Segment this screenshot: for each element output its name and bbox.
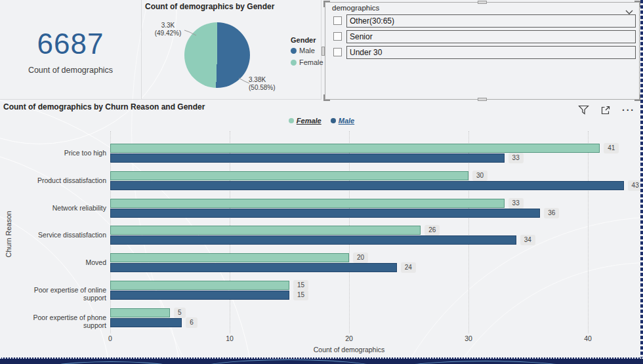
bar-value-label: 24 [401, 262, 416, 273]
bar-value-label: 36 [544, 208, 559, 218]
bar-male[interactable] [110, 209, 540, 218]
slicer-item: Senior [325, 30, 639, 43]
bar-female[interactable] [110, 199, 505, 208]
visual-header-icons: ··· [578, 105, 635, 115]
slicer-item: Other(30:65) [325, 14, 639, 28]
bar-value-label: 15 [293, 280, 308, 291]
pie-legend-title: Gender [291, 36, 323, 44]
kpi-card[interactable]: 6687 Count of demographics [0, 0, 141, 99]
slicer-item-label[interactable]: Other(30:65) [346, 14, 636, 28]
bar-value-label: 33 [508, 153, 524, 163]
bar-legend-label: Male [339, 117, 354, 125]
bar-male[interactable] [110, 181, 624, 190]
page-edge-dashed-border [640, 0, 643, 357]
bar-value-label: 15 [293, 290, 308, 300]
slicer-item: Under 30 [325, 46, 639, 59]
filter-icon[interactable] [578, 105, 589, 115]
legend-dot-female [289, 118, 294, 123]
bar-value-label: 6 [186, 317, 197, 328]
category-label: Moved [13, 258, 106, 266]
pie-legend: Gender MaleFemale [291, 36, 323, 70]
selection-edge-handle[interactable] [478, 1, 487, 4]
bar-value-label: 5 [174, 308, 186, 318]
category-label: Service dissatisfaction [13, 231, 106, 239]
selection-corner-handle[interactable] [323, 1, 330, 7]
slicer-item-checkbox[interactable] [333, 48, 342, 56]
pie-legend-label: Male [299, 47, 315, 54]
bar-male[interactable] [110, 291, 289, 300]
bar-female[interactable] [110, 308, 170, 317]
powerbi-report-canvas: 6687 Count of demographics Count of demo… [0, 0, 643, 364]
bar-value-label: 41 [604, 143, 619, 153]
pie-callout-male-percent: (50.58%) [249, 84, 276, 91]
y-axis-title: Churn Reason [5, 185, 14, 283]
pie-chart-visual: Count of demographics by Gender 3.3K (49… [141, 0, 321, 99]
bar-value-label: 30 [472, 171, 487, 181]
x-axis-tick-label: 0 [100, 334, 120, 342]
pie-callout-female-value: 3.3K [161, 22, 175, 29]
slicer-title: demographics [332, 4, 379, 12]
legend-dot-female [291, 60, 297, 66]
pie-legend-label: Female [299, 58, 323, 66]
bar-legend-item-female[interactable]: Female [289, 117, 322, 125]
bar-value-label: 33 [508, 198, 524, 209]
bar-male[interactable] [110, 263, 397, 272]
bar-male[interactable] [110, 318, 182, 327]
kpi-label: Count of demographics [0, 66, 141, 75]
bar-chart-legend: FemaleMale [0, 117, 643, 125]
bar-legend-label: Female [297, 117, 322, 125]
bar-value-label: 26 [425, 225, 440, 235]
slicer-item-label[interactable]: Under 30 [346, 46, 636, 59]
bar-male[interactable] [110, 153, 505, 163]
gridline [588, 131, 589, 333]
bar-chart-visual: Count of demographics by Churn Reason an… [0, 100, 643, 357]
bar-female[interactable] [110, 171, 468, 180]
bar-chart-title: Count of demographics by Churn Reason an… [3, 102, 205, 111]
bar-female[interactable] [110, 281, 289, 290]
legend-dot-male [291, 48, 297, 54]
x-axis-title: Count of demographics [251, 346, 447, 354]
focus-mode-icon[interactable] [600, 105, 611, 115]
selection-edge-handle[interactable] [322, 47, 325, 56]
x-axis-tick-label: 20 [339, 334, 359, 342]
pie-legend-item-female[interactable]: Female [291, 58, 323, 66]
category-label: Poor expertise of phone support [13, 313, 106, 329]
x-axis-tick-label: 10 [220, 334, 239, 342]
pie-legend-item-male[interactable]: Male [291, 47, 323, 54]
x-axis-tick-label: 40 [578, 334, 598, 342]
bar-female[interactable] [110, 144, 600, 153]
category-label: Product dissatisfaction [13, 176, 106, 184]
bar-female[interactable] [110, 226, 421, 235]
bar-value-label: 34 [520, 235, 535, 245]
bar-value-label: 20 [353, 253, 368, 263]
bar-female[interactable] [110, 253, 349, 262]
pie-callout-male: 3.38K (50.58%) [249, 76, 288, 91]
slicer-item-label[interactable]: Senior [346, 30, 636, 43]
demographics-slicer[interactable]: demographics Other(30:65)SeniorUnder 30 [325, 2, 640, 100]
more-options-icon[interactable]: ··· [622, 107, 635, 113]
pie-callout-male-value: 3.38K [249, 76, 266, 83]
category-label: Price too high [13, 149, 106, 157]
category-label: Network reliability [13, 204, 106, 212]
kpi-value: 6687 [0, 28, 141, 60]
legend-dot-male [331, 118, 336, 123]
slicer-item-checkbox[interactable] [333, 16, 342, 25]
pie-callout-female-percent: (49.42%) [155, 30, 182, 37]
pie-callout-female: 3.3K (49.42%) [150, 22, 186, 37]
bar-legend-item-male[interactable]: Male [331, 117, 354, 125]
x-axis-tick-label: 30 [459, 334, 478, 342]
slicer-item-checkbox[interactable] [333, 32, 342, 41]
bar-male[interactable] [110, 235, 516, 245]
category-label: Poor expertise of online support [13, 286, 106, 302]
bottom-wave-band [0, 357, 643, 364]
